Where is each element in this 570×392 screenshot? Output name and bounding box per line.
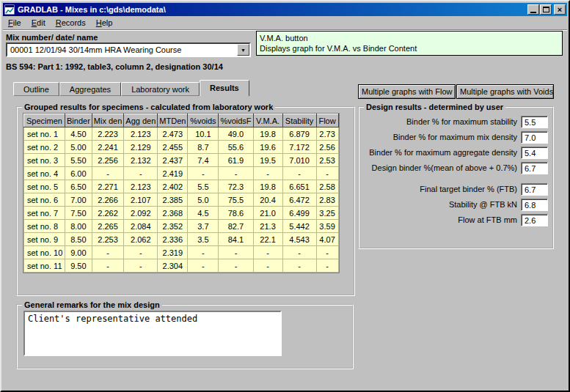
design-field-label: Stability @ FTB kN: [449, 200, 517, 209]
table-row: set no. 56.502.2712.1232.4025.572.319.86…: [24, 180, 339, 193]
table-row: set no. 88.002.2652.0842.3523.782.721.35…: [24, 220, 339, 233]
tab-outline[interactable]: Outline: [13, 82, 59, 96]
data-cell: 5.442: [282, 220, 316, 233]
data-cell: -: [282, 246, 316, 259]
multiple-graphs-voids-button[interactable]: Multiple graphs with Voids: [456, 84, 554, 99]
data-cell: 7.172: [282, 141, 316, 154]
menu-edit[interactable]: Edit: [26, 17, 51, 29]
mix-select[interactable]: 00001 12/01/94 30/14mm HRA Wearing Cours…: [6, 42, 251, 57]
data-cell: 2.53: [316, 154, 338, 167]
maximize-icon: [543, 7, 549, 12]
table-row: set no. 119.50--2.304-----: [24, 259, 339, 273]
minimize-button[interactable]: [527, 4, 539, 15]
table-row: set no. 98.502.2532.0622.3363.584.122.14…: [24, 233, 339, 246]
data-cell: -: [219, 246, 253, 259]
design-field-value[interactable]: 5.5: [521, 116, 548, 128]
column-header--voidsf[interactable]: %voidsF: [219, 114, 253, 127]
title-bar[interactable]: GRADLAB - Mixes in c:\gds\demodata\ ×: [3, 3, 567, 16]
specimen-cell: set no. 11: [24, 259, 65, 273]
data-cell: 4.543: [282, 233, 316, 246]
column-header-agg-den[interactable]: Agg den: [124, 114, 158, 127]
design-field-value[interactable]: 6.7: [521, 162, 548, 174]
data-cell: 2.304: [158, 259, 188, 273]
maximize-button[interactable]: [540, 4, 552, 15]
bs-reference-text: BS 594: Part 1: 1992, table3, column 2, …: [6, 62, 223, 71]
column-header-binder[interactable]: Binder: [65, 114, 92, 127]
vma-hint-box: V.M.A. button Displays graph for V.M.A. …: [256, 31, 563, 56]
close-button[interactable]: ×: [554, 4, 566, 15]
data-cell: 78.6: [219, 207, 253, 220]
tab-laboratory-work[interactable]: Laboratory work: [121, 82, 200, 96]
menu-records[interactable]: Records: [51, 17, 91, 29]
data-cell: 2.352: [158, 220, 188, 233]
specimen-cell: set no. 4: [24, 167, 65, 180]
design-field-label: Final target binder % (FTB): [420, 185, 517, 193]
design-field-value[interactable]: 5.4: [521, 147, 548, 159]
hint-description: Displays graph for V.M.A. vs Binder Cont…: [260, 43, 559, 53]
tab-results[interactable]: Results: [200, 80, 249, 96]
data-cell: 5.50: [65, 154, 92, 167]
menu-help[interactable]: Help: [91, 17, 118, 29]
hint-title: V.M.A. button: [260, 33, 559, 43]
column-header--voids[interactable]: %voids: [188, 114, 219, 127]
data-cell: 84.1: [219, 233, 253, 246]
design-field-row: Design binder %(mean of above + 0.7%)6.7: [364, 160, 548, 175]
tab-strip: OutlineAggregatesLaboratory workResults: [13, 79, 249, 96]
column-header-stability[interactable]: Stability: [282, 114, 316, 127]
data-cell: -: [282, 167, 316, 180]
design-field-value[interactable]: 7.0: [521, 131, 548, 144]
data-cell: -: [316, 259, 338, 273]
table-row: set no. 14.502.2232.1232.47310.149.019.8…: [24, 127, 339, 141]
column-header-v-m-a-[interactable]: V.M.A.: [253, 114, 282, 127]
design-field-label: Binder % for maximum aggregate density: [369, 148, 517, 157]
mix-number-label: Mix number/ date/ name: [6, 33, 98, 42]
data-cell: 55.6: [219, 141, 253, 154]
data-cell: 6.651: [282, 180, 316, 193]
design-results-title: Design results - determined by user: [364, 103, 505, 111]
data-cell: 2.266: [92, 193, 124, 207]
data-cell: 19.8: [253, 127, 282, 141]
window-title: GRADLAB - Mixes in c:\gds\demodata\: [18, 5, 527, 14]
data-cell: 3.59: [316, 220, 338, 233]
menu-file[interactable]: File: [3, 17, 26, 29]
specimen-cell: set no. 9: [24, 233, 65, 246]
design-field-value[interactable]: 6.7: [521, 183, 548, 196]
data-cell: 5.00: [65, 141, 92, 154]
data-cell: 2.271: [92, 180, 124, 193]
data-cell: 2.385: [158, 193, 188, 207]
table-row: set no. 35.502.2562.1322.4377.461.919.57…: [24, 154, 339, 167]
data-cell: -: [253, 259, 282, 273]
dropdown-arrow-icon[interactable]: ▼: [237, 44, 249, 56]
tab-aggregates[interactable]: Aggregates: [59, 82, 121, 96]
column-header-mtden[interactable]: MTDen: [158, 114, 188, 127]
column-header-flow[interactable]: Flow: [316, 114, 338, 127]
data-cell: 3.25: [316, 207, 338, 220]
data-cell: 9.00: [65, 246, 92, 259]
data-cell: -: [253, 167, 282, 180]
data-cell: 2.107: [124, 193, 158, 207]
results-table: SpecimenBinderMix denAgg denMTDen%voids%…: [23, 114, 339, 273]
data-cell: 2.092: [124, 207, 158, 220]
remarks-textbox[interactable]: Client's representative attended: [23, 311, 282, 356]
data-cell: 2.265: [92, 220, 124, 233]
specimen-cell: set no. 7: [24, 207, 65, 220]
design-field-value[interactable]: 2.6: [521, 214, 548, 226]
data-cell: 2.256: [92, 154, 124, 167]
data-cell: -: [124, 246, 158, 259]
results-table-frame: SpecimenBinderMix denAgg denMTDen%voids%…: [23, 113, 340, 273]
data-cell: 7.4: [188, 154, 219, 167]
data-cell: 2.062: [124, 233, 158, 246]
data-cell: 7.50: [65, 207, 92, 220]
column-header-specimen[interactable]: Specimen: [24, 114, 65, 127]
data-cell: 7.010: [282, 154, 316, 167]
data-cell: 8.50: [65, 233, 92, 246]
multiple-graphs-flow-button[interactable]: Multiple graphs with Flow: [358, 84, 456, 99]
data-cell: 9.50: [65, 259, 92, 273]
data-cell: 20.4: [253, 193, 282, 207]
design-field-value[interactable]: 6.8: [521, 199, 548, 211]
table-row: set no. 25.002.2412.1292.4558.755.619.67…: [24, 141, 339, 154]
design-field-row: Binder % for maximum aggregate density5.…: [364, 145, 548, 160]
data-cell: 6.00: [65, 167, 92, 180]
column-header-mix-den[interactable]: Mix den: [92, 114, 124, 127]
data-cell: -: [188, 259, 219, 273]
